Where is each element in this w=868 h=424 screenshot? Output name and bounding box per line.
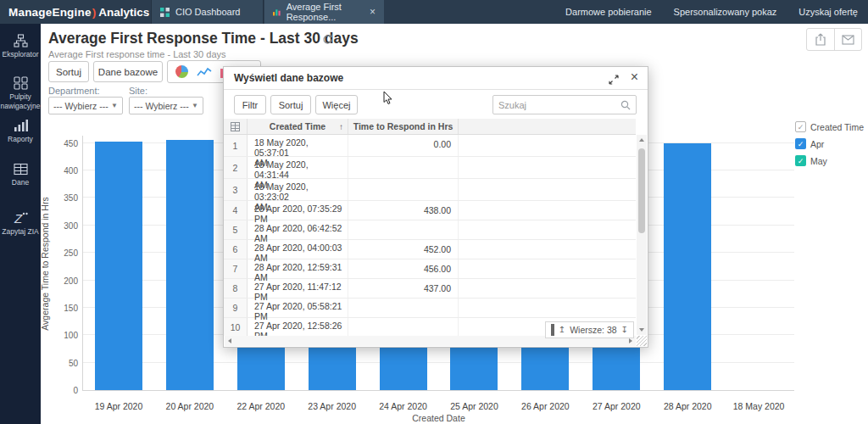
cell-created-time: 18 May 2020, 03:23:02AM (248, 179, 348, 200)
cell-empty (459, 220, 636, 239)
y-tick-label: 50 (53, 359, 78, 368)
refresh-icon[interactable] (322, 33, 333, 48)
table-row[interactable]: 428 Apr 2020, 07:35:29 PM438.00 (224, 201, 636, 220)
x-axis-label: Created Date (83, 413, 794, 423)
table-row[interactable]: 628 Apr 2020, 04:00:03 AM452.00 (224, 240, 636, 259)
sort-ascending-icon[interactable]: ↑ (339, 122, 343, 131)
cell-empty (459, 279, 636, 298)
cell-time-to-respond (348, 318, 459, 336)
bar-20-apr-2020[interactable] (166, 140, 214, 390)
data-icon (14, 163, 28, 176)
bar-28-apr-2020[interactable] (664, 143, 711, 390)
line-chart-icon[interactable] (197, 66, 212, 78)
scrollbar-thumb[interactable] (638, 148, 645, 233)
scroll-left-icon[interactable] (228, 338, 231, 343)
y-axis-label: Avgerage Time to Respond in Hrs (40, 197, 50, 330)
page-subtitle: Average First response time - Last 30 da… (48, 49, 226, 59)
chart-legend: ✓ Created Time ✓ Apr ✓ May (795, 121, 864, 166)
vertical-scrollbar[interactable] (637, 135, 647, 335)
legend-item-apr[interactable]: ✓ Apr (795, 138, 864, 149)
filter-button[interactable]: Filtr (234, 95, 266, 114)
table-row[interactable]: 827 Apr 2020, 11:47:12 PM437.00 (224, 279, 636, 298)
sidebar-item-reports[interactable]: Raporty (0, 119, 41, 144)
cell-empty (459, 135, 636, 156)
scroll-right-icon[interactable] (629, 338, 632, 343)
modal-sort-button[interactable]: Sortuj (270, 95, 311, 114)
column-header-time-to-respond[interactable]: Time to Respond in Hrs (348, 119, 459, 134)
cell-time-to-respond (348, 179, 459, 200)
y-tick-label: 100 (53, 331, 78, 340)
bar-chart-tab-icon (273, 8, 281, 17)
cell-created-time: 18 May 2020, 04:31:44AM (248, 157, 348, 178)
search-box (492, 95, 637, 114)
tab-close-icon[interactable]: × (370, 6, 376, 18)
chevron-down-icon: ▼ (111, 102, 118, 109)
x-tick-label: 26 Apr 2020 (521, 401, 570, 411)
row-number: 4 (224, 201, 248, 220)
go-to-top-icon[interactable]: ↥ (559, 326, 565, 334)
checkbox-created-time[interactable]: ✓ (795, 121, 806, 132)
tab-average-first-response[interactable]: Average First Response... × (264, 0, 384, 24)
table-row[interactable]: 528 Apr 2020, 06:42:52 AM (224, 220, 636, 240)
email-button[interactable] (834, 29, 861, 50)
select-all-cell[interactable] (224, 119, 248, 134)
link-get-quote[interactable]: Uzyskaj ofertę (798, 7, 858, 17)
cell-time-to-respond (348, 298, 459, 317)
row-number: 10 (224, 318, 248, 336)
cell-created-time: 28 Apr 2020, 04:00:03 AM (248, 240, 348, 259)
logo-swirl-icon: ) (92, 6, 97, 19)
share-button[interactable] (807, 29, 834, 50)
link-free-download[interactable]: Darmowe pobieranie (565, 7, 652, 17)
x-tick-label: 20 Apr 2020 (166, 401, 214, 411)
tab-cio-dashboard[interactable]: CIO Dashboard (151, 0, 264, 24)
x-tick-label: 19 Apr 2020 (95, 401, 143, 411)
table-row[interactable]: 318 May 2020, 03:23:02AM (224, 179, 636, 201)
svg-text:Z: Z (14, 211, 23, 225)
sidebar-item-data[interactable]: Dane (0, 163, 41, 187)
more-button[interactable]: Więcej (315, 95, 358, 114)
go-to-bottom-icon[interactable]: ↧ (621, 326, 628, 334)
site-select[interactable]: --- Wybierz ---▼ (129, 97, 203, 114)
legend-label: Apr (810, 139, 824, 149)
sidebar-item-explorer[interactable]: Eksplorator (0, 34, 41, 59)
table-row[interactable]: 118 May 2020, 05:37:01AM0.00 (224, 135, 636, 157)
sidebar-item-label: Raporty (8, 135, 33, 144)
table-row[interactable]: 927 Apr 2020, 05:58:21 PM (224, 298, 636, 318)
table-body: 118 May 2020, 05:37:01AM0.00218 May 2020… (224, 135, 636, 336)
search-input[interactable] (498, 100, 620, 110)
scroll-up-icon[interactable] (639, 138, 644, 142)
table-row[interactable]: 728 Apr 2020, 12:59:31 AM456.00 (224, 259, 636, 279)
y-axis-label-wrap: Avgerage Time to Respond in Hrs (39, 136, 51, 391)
x-tick-label: 24 Apr 2020 (379, 401, 427, 411)
table-row[interactable]: 218 May 2020, 04:31:44AM (224, 157, 636, 179)
sort-button[interactable]: Sortuj (48, 61, 89, 82)
sidebar-item-dashboards[interactable]: Pulpity nawigacyjne (0, 76, 41, 110)
resize-grip[interactable] (637, 336, 647, 346)
base-data-button[interactable]: Dane bazowe (93, 61, 163, 82)
link-personalized-demo[interactable]: Spersonalizowany pokaz (674, 7, 777, 17)
dashboards-icon (14, 76, 28, 90)
explorer-icon (14, 34, 28, 47)
scroll-down-icon[interactable] (639, 328, 644, 332)
checkbox-apr[interactable]: ✓ (795, 138, 806, 149)
checkbox-may[interactable]: ✓ (795, 155, 806, 166)
department-select[interactable]: --- Wybierz ---▼ (48, 97, 123, 114)
close-icon[interactable]: × (631, 70, 638, 85)
sidebar-item-zia[interactable]: Z Zapytaj ZIA (0, 210, 41, 237)
column-header-label: Time to Respond in Hrs (353, 121, 453, 131)
pager-handle[interactable] (551, 324, 554, 336)
column-header-created-time[interactable]: Created Time ↑ (248, 119, 348, 134)
row-number: 6 (224, 240, 248, 259)
y-tick-label: 0 (53, 386, 78, 395)
pie-chart-icon[interactable] (175, 65, 188, 78)
y-tick-label: 350 (53, 193, 78, 203)
legend-item-created-time[interactable]: ✓ Created Time (795, 121, 864, 132)
cell-time-to-respond (348, 157, 459, 178)
table-grid-icon (231, 122, 240, 131)
bar-19-apr-2020[interactable] (95, 142, 142, 390)
expand-icon[interactable] (609, 73, 619, 88)
bar-column: 18 May 2020 (723, 136, 794, 390)
legend-item-may[interactable]: ✓ May (795, 155, 864, 166)
x-tick-label: 27 Apr 2020 (593, 401, 641, 411)
sidebar-item-label: Pulpity nawigacyjne (0, 92, 41, 110)
